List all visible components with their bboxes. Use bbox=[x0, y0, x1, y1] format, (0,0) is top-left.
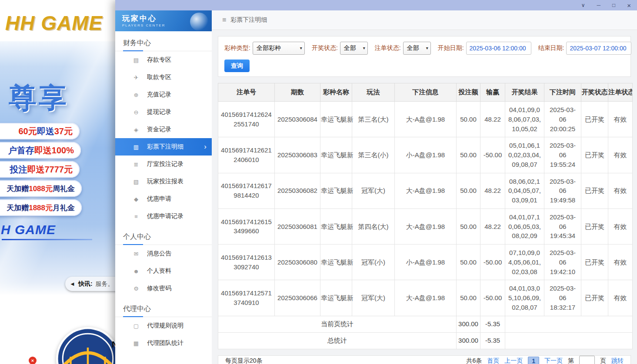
sidebar-item-promo-apply[interactable]: ◆ 优惠申请 bbox=[115, 190, 212, 208]
promo-pill: 户首存 即送100% bbox=[0, 142, 81, 159]
page-summary-row: 当前页统计 300.00 -5.35 bbox=[218, 316, 633, 332]
table-cell: 401569174126133092740 bbox=[218, 245, 275, 280]
table-cell: 幸运飞艇新 bbox=[320, 280, 352, 316]
start-date-input[interactable] bbox=[466, 42, 531, 55]
table-cell: 20250306083 bbox=[275, 137, 320, 173]
table-cell: 大-A盘@1.98 bbox=[395, 208, 457, 244]
table-cell: 大-A盘@1.98 bbox=[395, 173, 457, 208]
table-cell: 已开奖 bbox=[581, 173, 608, 208]
sidebar-item-label: 厅室投注记录 bbox=[147, 160, 183, 168]
ticker-text: 服务。 bbox=[96, 280, 114, 288]
table-cell: -50.00 bbox=[480, 245, 505, 280]
sidebar-item-messages[interactable]: ✉ 消息公告 bbox=[115, 245, 212, 262]
table-cell: 冠军(大) bbox=[352, 173, 395, 208]
lottery-bets-icon: ▥ bbox=[133, 144, 140, 150]
table-cell: -50.00 bbox=[480, 137, 505, 173]
table-cell: 401569174126153499660 bbox=[218, 208, 275, 244]
chevron-down-icon: ▾ bbox=[363, 46, 365, 50]
promo-pill: 天加赠1088元周礼金 bbox=[0, 180, 82, 197]
table-cell: 已开奖 bbox=[581, 245, 608, 280]
sidebar-item-recharge-record[interactable]: ⊕ 充值记录 bbox=[115, 86, 212, 103]
sidebar-item-hall-bets[interactable]: ≣ 厅室投注记录 bbox=[115, 156, 212, 173]
section-title-agent: 代理中心 bbox=[115, 297, 212, 317]
sidebar-item-label: 个人资料 bbox=[147, 267, 171, 275]
page-size-text: 每页显示20条 bbox=[225, 357, 263, 364]
col-header: 投注额 bbox=[457, 83, 480, 102]
chevron-down-icon: ▾ bbox=[300, 46, 302, 50]
close-icon[interactable]: × bbox=[29, 357, 37, 364]
sidebar-item-agent-team-stats[interactable]: ▦ 代理团队统计 bbox=[115, 334, 212, 352]
table-cell: 大-A盘@1.98 bbox=[395, 280, 457, 316]
sidebar-item-bet-report[interactable]: ▧ 玩家投注报表 bbox=[115, 173, 212, 190]
sidebar-item-funds-record[interactable]: ◈ 资金记录 bbox=[115, 121, 212, 138]
sidebar-item-label: 修改密码 bbox=[147, 285, 171, 292]
sidebar-header: 玩家中心 PLAYERS CENTER bbox=[115, 10, 212, 31]
table-cell: 04,01,07,10,06,05,03,08,02,09 bbox=[505, 208, 544, 244]
table-cell: 有效 bbox=[608, 173, 633, 208]
table-cell: 有效 bbox=[608, 102, 633, 137]
table-cell: 小-A盘@1.98 bbox=[395, 137, 457, 173]
current-page-button[interactable]: 1 bbox=[528, 357, 539, 364]
table-cell: 08,06,02,10,04,05,07,03,09,01 bbox=[505, 173, 544, 208]
window-titlebar: ∨ ─ □ × bbox=[115, 0, 637, 10]
minimize-icon[interactable]: ─ bbox=[597, 3, 600, 8]
table-cell: 已开奖 bbox=[581, 208, 608, 244]
table-cell: 冠军(大) bbox=[352, 280, 395, 316]
sidebar-item-promo-record[interactable]: ≡ 优惠申请记录 bbox=[115, 208, 212, 225]
table-cell: 20250306081 bbox=[275, 208, 320, 244]
sidebar-item-change-password[interactable]: ⚙ 修改密码 bbox=[115, 280, 212, 297]
page-summary-bet: 300.00 bbox=[457, 316, 480, 332]
table-cell: 幸运飞艇新 bbox=[320, 173, 352, 208]
end-date-input[interactable] bbox=[566, 42, 631, 55]
ticker-label: 快讯: bbox=[78, 280, 93, 288]
sidebar-item-label: 存款专区 bbox=[147, 56, 171, 64]
prev-page-link[interactable]: 上一页 bbox=[504, 357, 523, 364]
table-cell: 20250306080 bbox=[275, 245, 320, 280]
hamburger-menu-icon[interactable]: ≡ bbox=[222, 16, 226, 24]
table-cell: 20250306084 bbox=[275, 102, 320, 137]
jump-button[interactable]: 跳转 bbox=[611, 357, 624, 364]
table-cell: 第三名(大) bbox=[352, 102, 395, 137]
table-cell: 第三名(小) bbox=[352, 137, 395, 173]
col-header: 下注时间 bbox=[544, 83, 581, 102]
table-cell: 第四名(大) bbox=[352, 208, 395, 244]
filter-panel: 彩种类型: 全部彩种 ▾ 开奖状态: 全部 ▾ bbox=[218, 36, 631, 77]
promo-pill: 投注 即送7777元 bbox=[0, 161, 80, 178]
sidebar-item-deposit[interactable]: ▤ 存款专区 bbox=[115, 51, 212, 69]
table-cell: 2025-03-06 20:00:25 bbox=[544, 102, 581, 137]
lottery-type-select[interactable]: 全部彩种 ▾ bbox=[253, 42, 305, 55]
sidebar-item-label: 代理团队统计 bbox=[147, 339, 183, 347]
order-status-label: 注单状态: bbox=[375, 44, 401, 52]
sidebar-item-cashout-record[interactable]: ⊖ 提现记录 bbox=[115, 103, 212, 121]
toolbar: ≡ 彩票下注明细 bbox=[212, 10, 637, 30]
sidebar-title: 玩家中心 bbox=[122, 13, 212, 23]
total-summary-row: 总统计 300.00 -5.35 bbox=[218, 332, 633, 349]
sidebar-item-label: 玩家投注报表 bbox=[147, 178, 183, 185]
sidebar-item-withdraw[interactable]: ✈ 取款专区 bbox=[115, 69, 212, 86]
total-summary-empty bbox=[505, 332, 633, 349]
document-icon: ▢ bbox=[133, 323, 140, 329]
table-row: 40156917412613309274020250306080幸运飞艇新冠军(… bbox=[218, 245, 633, 280]
table-cell: 50.00 bbox=[457, 245, 480, 280]
player-center-window: ∨ ─ □ × 玩家中心 PLAYERS CENTER 财务中心 ▤ 存款专区 … bbox=[115, 0, 637, 364]
sidebar-item-label: 代理规则说明 bbox=[147, 322, 183, 330]
first-page-link[interactable]: 首页 bbox=[487, 357, 499, 364]
table-cell: 50.00 bbox=[457, 137, 480, 173]
table-cell: 幸运飞艇新 bbox=[320, 137, 352, 173]
sidebar-item-profile[interactable]: ☻ 个人资料 bbox=[115, 262, 212, 280]
sidebar-item-lottery-bets[interactable]: ▥ 彩票下注明细 › bbox=[115, 138, 212, 156]
table-cell: 20250306082 bbox=[275, 173, 320, 208]
page-jump-input[interactable] bbox=[579, 356, 595, 364]
sidebar-item-agent-rules[interactable]: ▢ 代理规则说明 bbox=[115, 317, 212, 334]
next-page-link[interactable]: 下一页 bbox=[544, 357, 563, 364]
draw-status-select[interactable]: 全部 ▾ bbox=[340, 42, 368, 55]
chevron-down-icon[interactable]: ∨ bbox=[581, 3, 585, 8]
search-button[interactable]: 查询 bbox=[224, 60, 250, 72]
table-cell: 2025-03-06 18:32:17 bbox=[544, 280, 581, 316]
order-status-select[interactable]: 全部 ▾ bbox=[403, 42, 431, 55]
table-cell: 有效 bbox=[608, 137, 633, 173]
maximize-icon[interactable]: □ bbox=[612, 3, 615, 8]
close-icon[interactable]: × bbox=[627, 2, 631, 9]
table-cell: 幸运飞艇新 bbox=[320, 245, 352, 280]
table-cell: 已开奖 bbox=[581, 102, 608, 137]
